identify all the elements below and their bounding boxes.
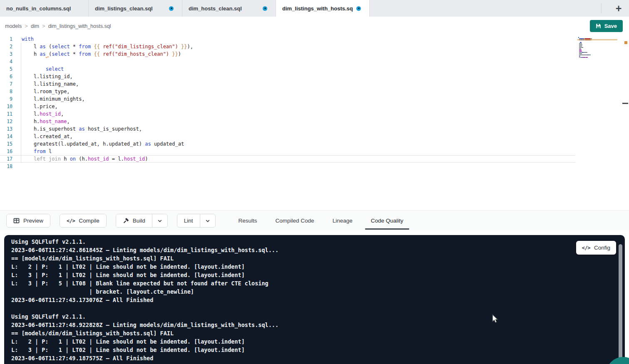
lint-dropdown-button[interactable]	[200, 214, 215, 227]
scrollbar-cursor-marker	[622, 103, 628, 104]
new-tab-button[interactable]: +	[612, 1, 626, 15]
breadcrumb: models>dim>dim_listings_with_hosts.sql	[5, 23, 111, 29]
code-text: l.room_type,	[12, 88, 70, 95]
lint-button-group: Lint	[177, 214, 216, 228]
line-number: 16	[0, 148, 12, 155]
code-line-14[interactable]: 14 l.created_at,	[0, 133, 575, 140]
line-number: 6	[0, 73, 12, 80]
line-number: 3	[0, 50, 12, 58]
code-line-3[interactable]: 3 h as (select * from {{ ref("dim_hosts_…	[0, 50, 575, 58]
code-line-8[interactable]: 8 l.room_type,	[0, 88, 575, 95]
compile-button-label: Compile	[79, 218, 99, 224]
hammer-icon	[123, 218, 129, 224]
breadcrumb-item-dim_listings_with_hosts.sql[interactable]: dim_listings_with_hosts.sql	[48, 23, 111, 29]
code-text: from l	[12, 148, 52, 155]
save-button[interactable]: Save	[590, 20, 623, 32]
line-number: 13	[0, 125, 12, 133]
code-line-18[interactable]: 18	[0, 163, 575, 170]
code-line-4[interactable]: 4	[0, 58, 575, 65]
unsaved-dot-icon[interactable]	[263, 6, 267, 11]
line-number: 2	[0, 43, 12, 50]
tab-lineage[interactable]: Lineage	[333, 210, 353, 231]
terminal-panel: Using SQLFluff v2.1.1. 2023-06-06T11:27:…	[4, 235, 625, 364]
action-bar: Preview</>CompileBuildLint ResultsCompil…	[0, 210, 629, 231]
floppy-disk-icon	[596, 23, 601, 29]
build-button-label: Build	[133, 218, 145, 224]
minimap-warning-band	[577, 39, 617, 40]
table-icon	[13, 218, 20, 224]
line-number: 1	[0, 35, 12, 43]
code-line-5[interactable]: 5 select	[0, 65, 575, 73]
line-number: 9	[0, 95, 12, 103]
code-icon: </>	[67, 218, 75, 224]
breadcrumb-separator-icon: >	[42, 23, 45, 29]
code-line-1[interactable]: 1with	[0, 35, 575, 43]
line-number: 11	[0, 110, 12, 118]
code-line-15[interactable]: 15 greatest(l.updated_at, h.updated_at) …	[0, 140, 575, 148]
file-tab-label: no_nulls_in_columns.sql	[6, 5, 71, 12]
minimap[interactable]	[578, 37, 617, 59]
chevron-down-icon	[157, 218, 162, 223]
code-line-12[interactable]: 12 h.host_name,	[0, 118, 575, 125]
code-text: h.is_superhost as host_is_superhost,	[12, 125, 142, 133]
unsaved-dot-icon[interactable]	[169, 6, 174, 11]
build-button[interactable]: Build	[116, 214, 152, 227]
code-line-11[interactable]: 11 l.host_id,	[0, 110, 575, 118]
unsaved-dot-icon[interactable]	[356, 6, 361, 11]
code-line-9[interactable]: 9 l.minimum_nights,	[0, 95, 575, 103]
code-line-6[interactable]: 6 l.listing_id,	[0, 73, 575, 80]
terminal-scrollbar[interactable]	[619, 244, 622, 362]
editor-header: models>dim>dim_listings_with_hosts.sql S…	[0, 17, 629, 35]
tab-compiled-code[interactable]: Compiled Code	[276, 210, 314, 231]
build-button-group: Build	[116, 214, 168, 228]
compile-button[interactable]: </>Compile	[60, 214, 106, 227]
code-text	[12, 58, 22, 65]
code-text: with	[12, 35, 34, 43]
chevron-down-icon	[205, 218, 210, 223]
file-tab-dim_listings_clean.sql[interactable]: dim_listings_clean.sql	[89, 0, 182, 17]
code-line-16[interactable]: 16 from l	[0, 148, 575, 155]
code-text: l.host_id,	[12, 110, 64, 118]
code-text: l.price,	[12, 103, 58, 110]
breadcrumb-separator-icon: >	[25, 23, 28, 29]
code-text: select	[12, 65, 64, 73]
code-text: l.created_at,	[12, 133, 73, 140]
line-number: 8	[0, 88, 12, 95]
code-text: left join h on (h.host_id = l.host_id)	[12, 155, 148, 163]
file-tab-label: dim_hosts_clean.sql	[189, 5, 242, 12]
line-number: 15	[0, 140, 12, 148]
line-number: 17	[0, 155, 12, 163]
build-dropdown-button[interactable]	[152, 214, 167, 227]
tab-results[interactable]: Results	[239, 210, 257, 231]
file-tab-label: dim_listings_with_hosts.sql	[282, 5, 353, 12]
breadcrumb-item-models[interactable]: models	[5, 23, 22, 29]
tab-bar: no_nulls_in_columns.sqldim_listings_clea…	[0, 0, 629, 17]
preview-button-group: Preview	[6, 214, 50, 228]
file-tab-no_nulls_in_columns.sql[interactable]: no_nulls_in_columns.sql	[0, 0, 89, 17]
line-number: 12	[0, 118, 12, 125]
code-line-17[interactable]: 17 left join h on (h.host_id = l.host_id…	[0, 155, 575, 163]
file-tab-label: dim_listings_clean.sql	[95, 5, 153, 12]
file-tab-dim_hosts_clean.sql[interactable]: dim_hosts_clean.sql	[182, 0, 276, 17]
code-line-2[interactable]: 2 l as (select * from {{ ref("dim_listin…	[0, 43, 575, 50]
line-number: 10	[0, 103, 12, 110]
tab-bar-divider	[601, 3, 602, 14]
preview-button[interactable]: Preview	[7, 214, 50, 227]
code-line-7[interactable]: 7 l.listing_name,	[0, 80, 575, 88]
scrollbar-warning-marker	[624, 41, 627, 44]
code-text: l.listing_id,	[12, 73, 73, 80]
code-text: l as (select * from {{ ref("dim_listings…	[12, 43, 193, 50]
code-text: h as (select * from {{ ref("dim_hosts_cl…	[12, 50, 181, 58]
breadcrumb-item-dim[interactable]: dim	[31, 23, 39, 29]
line-number: 14	[0, 133, 12, 140]
code-editor[interactable]: 1with2 l as (select * from {{ ref("dim_l…	[0, 35, 629, 210]
code-line-13[interactable]: 13 h.is_superhost as host_is_superhost,	[0, 125, 575, 133]
tab-code-quality[interactable]: Code Quality	[371, 210, 403, 231]
file-tab-dim_listings_with_hosts.sql[interactable]: dim_listings_with_hosts.sql	[276, 0, 370, 17]
code-line-10[interactable]: 10 l.price,	[0, 103, 575, 110]
lint-button[interactable]: Lint	[177, 214, 200, 227]
lint-button-label: Lint	[184, 218, 193, 224]
config-button[interactable]: </> Config	[576, 241, 616, 255]
save-button-label: Save	[604, 23, 617, 29]
code-text: greatest(l.updated_at, h.updated_at) as …	[12, 140, 184, 148]
